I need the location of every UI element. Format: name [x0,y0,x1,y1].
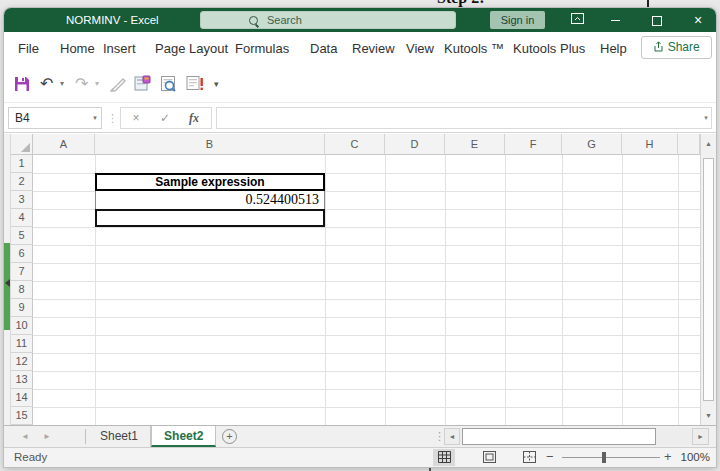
sheet-tabs: Sheet1Sheet2 [88,426,216,447]
row-header-7[interactable]: 7 [11,263,33,281]
pane-collapse-arrow-icon[interactable] [5,279,10,287]
redo-button[interactable]: ↷ [75,65,88,103]
sheet-nav-right-icon[interactable]: ► [43,426,51,447]
ribbon-tab-kutools[interactable]: Kutools ™ [444,32,504,65]
zoom-slider-thumb[interactable] [602,452,606,463]
normal-view-icon [438,451,451,463]
formula-bar-expand-icon[interactable]: ▾ [698,107,714,129]
row-header-15[interactable]: 15 [11,407,33,425]
enter-button[interactable]: ✓ [152,108,178,128]
minimize-icon [611,20,620,21]
row-header-8[interactable]: 8 [11,281,33,299]
gridline [385,155,386,425]
notebook-tool-button[interactable] [134,75,151,96]
ribbon-tab-formulas[interactable]: Formulas [235,32,289,65]
undo-button[interactable]: ↶ [40,65,53,103]
row-header-4[interactable]: 4 [11,209,33,227]
name-box-dropdown-icon[interactable]: ▾ [88,107,102,129]
draw-border-icon [110,76,126,92]
ribbon-tab-insert[interactable]: Insert [103,32,136,65]
zoom-slider-track[interactable] [562,457,660,458]
row-header-13[interactable]: 13 [11,371,33,389]
column-header-a[interactable]: A [33,134,95,155]
cell-b2[interactable]: Sample expression [95,173,325,191]
column-header-f[interactable]: F [505,134,562,155]
row-header-10[interactable]: 10 [11,317,33,335]
qat-overflow-button[interactable]: ▾ [214,65,219,103]
sheet-tab-bar: ◄ ► Sheet1Sheet2 + ⋮ ◄ ► [4,425,716,447]
undo-dropdown[interactable]: ▾ [60,65,64,103]
gridline [33,245,700,246]
hscroll-right-icon[interactable]: ► [692,428,709,445]
worksheet-grid: ABCDEFGH 123456789101112131415 Sample ex… [4,134,716,425]
hscroll-left-icon[interactable]: ◄ [444,428,460,445]
search-box[interactable]: Search [200,11,456,29]
scroll-down-icon[interactable]: ▼ [701,412,716,419]
sign-in-button[interactable]: Sign in [490,11,545,29]
row-header-12[interactable]: 12 [11,353,33,371]
column-header-g[interactable]: G [562,134,622,155]
column-header-b[interactable]: B [95,134,325,155]
row-header-3[interactable]: 3 [11,191,33,209]
new-sheet-button[interactable]: + [222,429,237,444]
sheet-tab-sheet1[interactable]: Sheet1 [88,426,151,447]
page-break-view-button[interactable] [518,449,540,466]
scroll-up-icon[interactable]: ▲ [701,140,716,147]
gridline [33,353,700,354]
insert-function-button[interactable]: fx [181,108,207,128]
horizontal-scrollbar-thumb[interactable] [462,428,656,445]
row-header-9[interactable]: 9 [11,299,33,317]
row-header-6[interactable]: 6 [11,245,33,263]
cancel-button[interactable]: × [123,108,149,128]
ribbon-tab-data[interactable]: Data [310,32,337,65]
formula-input[interactable] [216,107,712,129]
redo-dropdown[interactable]: ▾ [95,65,99,103]
close-icon: × [694,12,702,28]
cell-b4-selected[interactable] [95,209,325,227]
select-all-button[interactable] [11,134,33,155]
gridline [562,155,563,425]
maximize-button[interactable] [642,8,672,32]
share-label: Share [668,40,700,54]
row-header-1[interactable]: 1 [11,155,33,173]
sheet-tab-sheet2[interactable]: Sheet2 [151,426,216,447]
zoom-in-button[interactable]: + [664,448,672,467]
ribbon-display-options-button[interactable] [562,8,592,32]
ribbon-tab-help[interactable]: Help [600,32,627,65]
zoom-out-button[interactable]: − [546,448,554,467]
ribbon-tab-kutools-plus[interactable]: Kutools Plus [513,32,585,65]
ribbon-tab-home[interactable]: Home [60,32,95,65]
column-header-h[interactable]: H [622,134,678,155]
minimize-button[interactable] [600,8,630,32]
share-button[interactable]: Share [641,36,712,59]
formula-bar-resize-handle[interactable]: ⋮ [107,107,118,129]
column-header-e[interactable]: E [445,134,505,155]
column-header-c[interactable]: C [325,134,385,155]
ribbon-tab-page-layout[interactable]: Page Layout [155,32,228,65]
row-header-5[interactable]: 5 [11,227,33,245]
ribbon-tab-file[interactable]: File [18,32,39,65]
sheet-nav-left-icon[interactable]: ◄ [21,426,29,447]
cell-b3[interactable]: 0.524400513 [95,191,325,209]
share-icon [653,41,664,52]
normal-view-button[interactable] [433,449,455,466]
row-header-14[interactable]: 14 [11,389,33,407]
gridline [445,155,446,425]
row-header-2[interactable]: 2 [11,173,33,191]
ribbon-tab-view[interactable]: View [406,32,434,65]
row-header-11[interactable]: 11 [11,335,33,353]
navigation-pane-collapsed[interactable] [4,134,11,425]
close-button[interactable]: × [683,8,713,32]
page-layout-view-button[interactable] [478,449,500,466]
draw-border-button[interactable] [110,76,126,96]
ribbon-tab-review[interactable]: Review [352,32,395,65]
status-bar: Ready − + 100% [4,447,716,467]
print-preview-button[interactable] [160,75,177,96]
column-header-d[interactable]: D [385,134,445,155]
vertical-scrollbar-thumb[interactable] [703,158,714,401]
save-button[interactable] [13,75,31,97]
search-placeholder: Search [267,12,302,28]
vertical-scrollbar[interactable]: ▲ ▼ [700,134,716,425]
spell-check-button[interactable] [186,75,204,96]
zoom-level[interactable]: 100% [676,448,710,467]
